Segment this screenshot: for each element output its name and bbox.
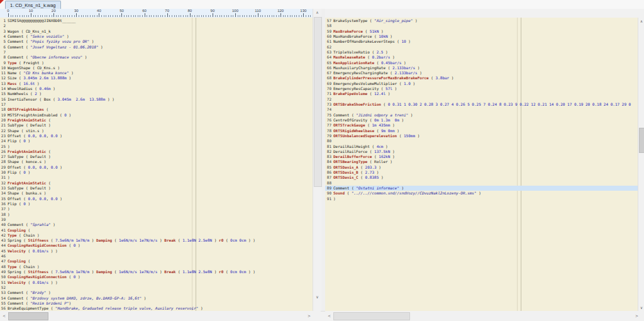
left-pane-vertical-scrollbar[interactable]: ∧ ∨ xyxy=(313,9,321,311)
code-line[interactable]: 59MaxBrakeForce ( 51kN ) xyxy=(325,29,638,34)
code-line[interactable]: 27SubType ( Default ) xyxy=(0,154,313,159)
code-line[interactable]: 25) xyxy=(0,144,313,149)
code-line[interactable]: 23Offset ( 0.0, 0.0, 0.0 ) xyxy=(0,133,313,138)
code-line[interactable]: 18ORTSFreightAnims ( xyxy=(0,107,313,112)
code-line[interactable]: 88 xyxy=(325,181,638,186)
code-line[interactable]: 76CentreOfGravity ( 0m 1.3m 0m ) xyxy=(325,118,638,123)
code-line[interactable]: 52 xyxy=(0,285,313,290)
code-line[interactable]: 81DerailRailHeight ( 4cm ) xyxy=(325,144,638,149)
scroll-right-icon[interactable]: > xyxy=(306,311,313,320)
code-line[interactable]: 72 xyxy=(325,97,638,102)
code-line[interactable]: 69EmergencyResVolumeMultiplier ( 1.0 ) xyxy=(325,81,638,86)
code-line[interactable]: 4Comment ( "Sekce vozidlo" ) xyxy=(0,34,313,39)
code-line[interactable]: 84ORTSBearingType ( Roller ) xyxy=(325,159,638,164)
code-line[interactable]: 56BrakeEquipmentType ( "Handbrake, Gradu… xyxy=(0,306,313,311)
code-line[interactable]: 79ORTSUnbalancedSuperelevation ( 150mm ) xyxy=(325,133,638,138)
code-line[interactable]: 1SIMISA@@@@@@@@@@JINX0D0t______ xyxy=(0,18,313,23)
code-line[interactable]: 66MaxAuxilaryChargingRate ( 2.133bar/s ) xyxy=(325,65,638,70)
code-line[interactable]: 48Type ( Chain ) xyxy=(0,264,313,269)
scrollbar-thumb[interactable] xyxy=(8,312,48,320)
code-line[interactable]: 63TripleValveRatio ( 2.5 ) xyxy=(325,50,638,55)
code-line[interactable]: 70EmergencyResCapacity ( 57l ) xyxy=(325,86,638,91)
left-pane-horizontal-scrollbar[interactable]: < > xyxy=(0,311,321,321)
code-line[interactable]: 19MSTSFreightAnimEnabled ( 0 ) xyxy=(0,113,313,118)
scroll-down-icon[interactable]: ∨ xyxy=(638,304,644,311)
code-line[interactable]: 38) xyxy=(0,212,313,217)
scroll-left-icon[interactable]: < xyxy=(1,311,8,320)
code-line[interactable]: 12Size ( 3.045m 2.6m 13.888m ) xyxy=(0,76,313,81)
code-line[interactable]: 42Type ( Chain ) xyxy=(0,233,313,238)
right-pane-vertical-scrollbar[interactable]: ∧ ∨ xyxy=(638,18,644,311)
code-line[interactable]: 75Comment ( "Jizdni odpory a treni" ) xyxy=(325,113,638,118)
code-line[interactable]: 47Coupling ( xyxy=(0,259,313,264)
scrollbar-thumb[interactable] xyxy=(639,128,644,153)
code-line[interactable]: 85ORTSDavis_A ( 203.3 ) xyxy=(325,165,638,170)
code-line[interactable]: 41Coupling ( xyxy=(0,228,313,233)
code-line[interactable]: 46 xyxy=(0,254,313,259)
code-line[interactable]: 37) xyxy=(0,206,313,211)
code-line[interactable]: 80 xyxy=(325,138,638,144)
code-line[interactable]: 32FreightAnimStatic ( xyxy=(0,181,313,186)
scroll-down-icon[interactable]: ∨ xyxy=(313,293,321,301)
code-line[interactable]: 83DerailBufferForce ( 162kN ) xyxy=(325,154,638,159)
code-line[interactable]: 30Flip ( 0 ) xyxy=(0,170,313,175)
code-line[interactable]: 58 xyxy=(325,23,638,28)
code-line[interactable]: 21SubType ( Default ) xyxy=(0,123,313,128)
code-line[interactable]: 8Comment ( "Obecne informace vozu" ) xyxy=(0,55,313,60)
code-line[interactable]: 20FreightAnimStatic ( xyxy=(0,118,313,123)
code-line[interactable]: 78ORTSRigidWheelbase ( 9m 0mm ) xyxy=(325,128,638,133)
code-line[interactable]: 14WheelRadius ( 0.46m ) xyxy=(0,86,313,91)
scrollbar-thumb[interactable] xyxy=(333,312,410,320)
code-line[interactable]: 65MaxApplicationRate ( 0.45bar/s ) xyxy=(325,60,638,65)
code-line[interactable]: 33SubType ( Default ) xyxy=(0,186,313,191)
code-line[interactable]: 44CouplingHasRigidConnection ( 0 ) xyxy=(0,243,313,248)
code-line[interactable]: 87ORTSDavis_C ( 0.8385 ) xyxy=(325,175,638,180)
code-line[interactable]: 55Comment ( "Rezim brzdeni P") xyxy=(0,301,313,306)
code-line[interactable]: 3Wagon ( CD_Kns_n1_k xyxy=(0,29,313,34)
scroll-up-icon[interactable]: ∧ xyxy=(313,9,321,16)
scroll-left-icon[interactable]: < xyxy=(326,311,333,320)
code-line[interactable]: 91) xyxy=(325,196,638,201)
code-line[interactable]: 39 xyxy=(0,217,313,222)
code-line[interactable]: 68BrakeCylinderPressureForMaxBrakeBrakeF… xyxy=(325,76,638,81)
code-line[interactable]: 40Comment ( "Sprahla" ) xyxy=(0,222,313,227)
code-line[interactable]: 54Comment ( "Brzdovy system DAKO, zdrze,… xyxy=(0,296,313,301)
code-line[interactable]: 5Comment ( "Popis fyziky vozu pro OR" ) xyxy=(0,39,313,44)
code-line[interactable]: 9Type ( Freight ) xyxy=(0,60,313,65)
code-line[interactable]: 57BrakeSystemType ( "Air_single_pipe" ) xyxy=(325,18,638,23)
code-line[interactable]: 73ORTSBrakeShoeFriction ( 0 0.31 1 0.30 … xyxy=(325,102,638,107)
scroll-up-icon[interactable]: ∧ xyxy=(638,18,644,25)
right-pane-horizontal-scrollbar[interactable]: < > xyxy=(325,311,644,321)
code-line[interactable]: 67EmergencyResChargingRate ( 2.133bar/s … xyxy=(325,70,638,76)
code-line[interactable]: 64MaxReleaseRate ( 0.2bar/s ) xyxy=(325,55,638,60)
code-line[interactable]: 24Flip ( 0 ) xyxy=(0,138,313,144)
code-line[interactable]: 26FreightAnimStatic ( xyxy=(0,149,313,154)
code-line[interactable]: 22Shape ( stin.s ) xyxy=(0,128,313,133)
code-line[interactable]: 35Offset ( 0.0, 0.0, 0.0 ) xyxy=(0,196,313,201)
scroll-right-icon[interactable]: > xyxy=(633,311,640,320)
code-line[interactable]: 86ORTSDavis_B ( 2.73 ) xyxy=(325,170,638,175)
code-line[interactable]: 74 xyxy=(325,107,638,112)
code-line[interactable]: 10WagonShape ( CD_Kns.s ) xyxy=(0,65,313,70)
code-line[interactable]: 15NumWheels ( 2 ) xyxy=(0,91,313,96)
code-line[interactable]: 7 xyxy=(0,50,313,55)
editor-right-pane[interactable]: 57BrakeSystemType ( "Air_single_pipe" )5… xyxy=(325,18,638,311)
code-line[interactable]: 82DerailRailForce ( 137.5kN ) xyxy=(325,149,638,154)
code-line[interactable]: 31) xyxy=(0,175,313,180)
code-line[interactable]: 61NumberOfHandbrakeLeverSteps ( 10 ) xyxy=(325,39,638,44)
code-line[interactable]: 51Velocity ( 0.01m/s ) ) xyxy=(0,280,313,285)
code-line[interactable]: 71BrakePipeVolume ( 12.4l ) xyxy=(325,91,638,96)
code-line[interactable]: 16InertiaTensor ( Box ( 3.045m 2.6m 13.5… xyxy=(0,97,313,102)
code-line[interactable]: 60MaxHandbrakeForce ( 10kN ) xyxy=(325,34,638,39)
code-line[interactable]: 43Spring ( Stiffness ( 7.5e6N/m 1e7N/m )… xyxy=(0,238,313,243)
code-line[interactable]: 6Comment ( "Josef Vogeltanz - 01.06.2018… xyxy=(0,45,313,50)
editor-left-pane[interactable]: 1SIMISA@@@@@@@@@@JINX0D0t______23Wagon (… xyxy=(0,18,313,311)
code-line[interactable]: 62 xyxy=(325,45,638,50)
code-line[interactable]: 50CouplingHasRigidConnection ( 0 ) xyxy=(0,274,313,279)
code-line[interactable]: 89Comment ( "Ostatni informace" ) xyxy=(325,186,638,191)
code-line[interactable]: 77ORTSTrackGauge ( 1m 435mm ) xyxy=(325,123,638,128)
file-tab[interactable]: 1. CD_Kns_n1_k.wag xyxy=(5,1,61,9)
code-line[interactable]: 90Sound ( "..//..//common.snd//sndVozy//… xyxy=(325,191,638,196)
code-line[interactable]: 17 xyxy=(0,102,313,107)
code-line[interactable]: 13Mass ( 16.6t ) xyxy=(0,81,313,86)
